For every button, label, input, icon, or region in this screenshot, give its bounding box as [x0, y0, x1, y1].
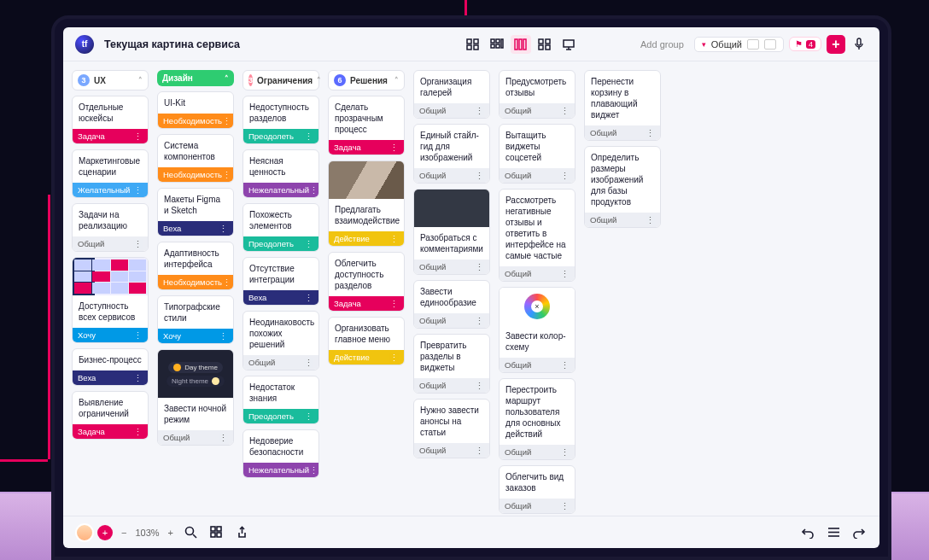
card-tag[interactable]: Нежелательный ⋮	[243, 183, 318, 197]
card[interactable]: Завести колор-схему Общий ⋮	[499, 287, 576, 373]
card-tag[interactable]: Веха ⋮	[158, 221, 233, 236]
more-icon[interactable]: ⋮	[133, 375, 143, 382]
more-icon[interactable]: ⋮	[222, 118, 231, 125]
more-icon[interactable]: ⋮	[389, 144, 399, 151]
card[interactable]: Превратить разделы в виджеты Общий ⋮	[413, 334, 490, 394]
card[interactable]: Маркетинговые сценарии Желательный ⋮	[72, 149, 149, 198]
view-grid-2-icon[interactable]	[487, 35, 507, 54]
kanban-board[interactable]: 3 UX ˄Отдельные юскейсы Задача ⋮Маркетин…	[63, 61, 879, 516]
more-icon[interactable]: ⋮	[222, 172, 231, 178]
card[interactable]: Организовать главное меню Действие ⋮	[328, 317, 405, 365]
card-tag[interactable]: Общий ⋮	[414, 168, 489, 183]
more-icon[interactable]: ⋮	[389, 354, 399, 361]
more-icon[interactable]: ⋮	[304, 413, 313, 420]
more-icon[interactable]: ⋮	[133, 187, 143, 194]
card-tag[interactable]: Общий ⋮	[585, 213, 660, 227]
card-tag[interactable]: Общий ⋮	[585, 125, 660, 140]
add-member-button[interactable]: +	[97, 525, 113, 540]
card[interactable]: Вытащить виджеты соцсетей Общий ⋮	[499, 124, 576, 184]
card[interactable]: Перенести корзину в плавающий виджет Общ…	[584, 70, 661, 141]
card[interactable]: Перестроить маршрут пользователя для осн…	[499, 378, 576, 460]
card[interactable]: Адаптивность интерфейса Необходимость ⋮	[157, 242, 234, 290]
more-icon[interactable]: ⋮	[389, 236, 399, 242]
more-icon[interactable]: ⋮	[222, 279, 231, 286]
card-tag[interactable]: Общий ⋮	[500, 266, 575, 281]
more-icon[interactable]: ⋮	[389, 300, 399, 307]
card[interactable]: Недоступность разделов Преодолеть ⋮	[242, 96, 319, 144]
search-icon[interactable]	[182, 524, 199, 541]
add-group-button[interactable]: Add group	[640, 39, 684, 50]
card-tag[interactable]: Общий ⋮	[500, 168, 575, 183]
more-icon[interactable]: ⋮	[560, 503, 570, 510]
card-tag[interactable]: Общий ⋮	[414, 103, 489, 118]
menu-icon[interactable]	[825, 524, 842, 541]
more-icon[interactable]: ⋮	[560, 362, 570, 369]
card-tag[interactable]: Действие ⋮	[329, 350, 404, 365]
card-tag[interactable]: Действие ⋮	[329, 231, 404, 246]
card-tag[interactable]: Общий ⋮	[414, 443, 489, 458]
card[interactable]: Доступность всех сервисов Хочу ⋮	[72, 257, 149, 343]
share-icon[interactable]	[233, 524, 250, 541]
card[interactable]: Облегчить вид заказов Общий ⋮	[499, 465, 576, 514]
card-tag[interactable]: Хочу ⋮	[73, 328, 148, 342]
redo-icon[interactable]	[850, 524, 868, 541]
card[interactable]: Определить размеры изображений для базы …	[584, 146, 661, 228]
card-tag[interactable]: Общий ⋮	[500, 103, 575, 118]
more-icon[interactable]: ⋮	[133, 241, 143, 248]
card[interactable]: Отдельные юскейсы Задача ⋮	[72, 96, 149, 144]
more-icon[interactable]: ⋮	[475, 318, 484, 324]
filter-pill[interactable]: ▾ Общий	[694, 37, 784, 52]
card-tag[interactable]: Задача ⋮	[329, 296, 404, 311]
zoom-in-button[interactable]: +	[168, 528, 173, 538]
layout-toggle-a-icon[interactable]	[747, 39, 759, 50]
card-tag[interactable]: Необходимость ⋮	[158, 275, 233, 289]
card[interactable]: Предлагать взаимодействие Действие ⋮	[328, 160, 405, 247]
more-icon[interactable]: ⋮	[475, 382, 484, 389]
card-tag[interactable]: Задача ⋮	[329, 140, 404, 155]
column-header[interactable]: 3 Ограничения ˄	[242, 70, 319, 90]
more-icon[interactable]: ⋮	[560, 271, 570, 277]
card-tag[interactable]: Общий ⋮	[414, 313, 489, 328]
more-icon[interactable]: ⋮	[309, 467, 318, 474]
card[interactable]: Задачи на реализацию Общий ⋮	[72, 203, 149, 252]
filter-flag-pill[interactable]: ⚑ 4	[789, 37, 821, 51]
card-tag[interactable]: Общий ⋮	[414, 378, 489, 393]
more-icon[interactable]: ⋮	[133, 133, 143, 140]
more-icon[interactable]: ⋮	[560, 449, 570, 456]
undo-icon[interactable]	[799, 524, 816, 541]
more-icon[interactable]: ⋮	[304, 295, 313, 301]
card-tag[interactable]: Необходимость ⋮	[158, 114, 233, 128]
app-logo[interactable]: tf	[75, 35, 94, 54]
card-tag[interactable]: Нежелательный ⋮	[243, 463, 318, 477]
card-tag[interactable]: Общий ⋮	[243, 355, 318, 370]
more-icon[interactable]: ⋮	[304, 359, 313, 366]
view-present-icon[interactable]	[558, 35, 579, 54]
card[interactable]: Day theme Night theme Завести ночной реж…	[157, 349, 234, 446]
card-tag[interactable]: Необходимость ⋮	[158, 167, 233, 182]
card[interactable]: Макеты Figma и Sketch Веха ⋮	[157, 188, 234, 236]
column-header[interactable]: 3 UX ˄	[72, 70, 149, 90]
more-icon[interactable]: ⋮	[133, 332, 143, 339]
layout-toggle-b-icon[interactable]	[764, 39, 776, 50]
card-tag[interactable]: Желательный ⋮	[73, 183, 148, 197]
card-tag[interactable]: Общий ⋮	[414, 260, 489, 274]
view-grid-3-icon[interactable]	[535, 35, 555, 54]
card[interactable]: Нужно завести анонсы на статьи Общий ⋮	[413, 399, 490, 458]
column-header[interactable]: Дизайн˄	[157, 70, 234, 86]
card[interactable]: Отсутствие интеграции Веха ⋮	[242, 257, 319, 306]
more-icon[interactable]: ⋮	[219, 225, 228, 232]
card[interactable]: Недостаток знания Преодолеть ⋮	[242, 376, 319, 424]
card-tag[interactable]: Веха ⋮	[73, 370, 148, 385]
card[interactable]: Сделать прозрачным процесс Задача ⋮	[328, 96, 405, 155]
card-tag[interactable]: Преодолеть ⋮	[243, 236, 318, 251]
card-tag[interactable]: Преодолеть ⋮	[243, 409, 318, 423]
grid-view-icon[interactable]	[207, 524, 225, 541]
card[interactable]: Неясная ценность Нежелательный ⋮	[242, 149, 319, 198]
card-tag[interactable]: Задача ⋮	[73, 129, 148, 143]
card[interactable]: Разобраться с комментариями Общий ⋮	[413, 189, 490, 275]
card-tag[interactable]: Общий ⋮	[500, 445, 575, 459]
card[interactable]: Выявление ограничений Задача ⋮	[72, 391, 149, 440]
card[interactable]: Рассмотреть негативные отзывы и ответить…	[499, 189, 576, 282]
column-header[interactable]: 6 Решения ˄	[328, 70, 405, 90]
more-icon[interactable]: ⋮	[304, 241, 313, 248]
